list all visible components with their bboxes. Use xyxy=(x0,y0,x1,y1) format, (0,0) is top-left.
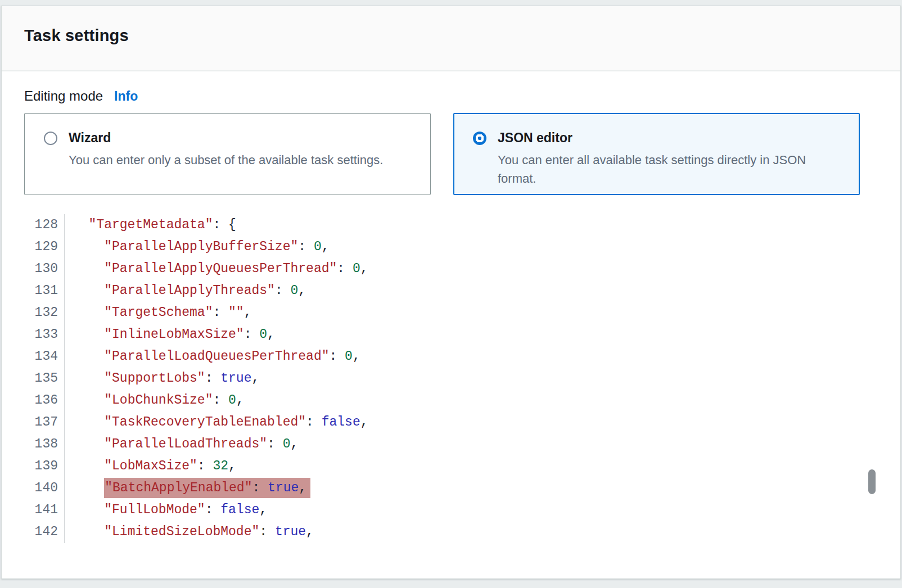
editing-mode-row: Editing mode Info xyxy=(24,88,878,104)
code-line[interactable]: 128 "TargetMetadata": { xyxy=(24,214,878,236)
info-link[interactable]: Info xyxy=(114,89,138,104)
json-comma: , xyxy=(353,349,360,364)
json-comma: , xyxy=(259,503,267,517)
line-number: 135 xyxy=(24,368,65,390)
editing-mode-label: Editing mode xyxy=(24,88,103,104)
line-number: 132 xyxy=(24,302,65,324)
code-line[interactable]: 132 "TargetSchema": "", xyxy=(24,302,878,324)
json-comma: , xyxy=(360,261,368,276)
json-colon: : xyxy=(205,371,221,386)
json-key: "FullLobMode" xyxy=(104,503,205,517)
code-segment: "LobChunkSize": 0, xyxy=(104,393,243,408)
option-description-json-editor: You can enter all available task setting… xyxy=(498,151,844,188)
code-text: "ParallelLoadThreads": 0, xyxy=(65,433,298,455)
code-line[interactable]: 133 "InlineLobMaxSize": 0, xyxy=(24,324,878,346)
code-line[interactable]: 140 "BatchApplyEnabled": true, xyxy=(24,477,878,499)
code-line[interactable]: 129 "ParallelApplyBufferSize": 0, xyxy=(24,236,878,258)
json-colon: : xyxy=(259,524,275,539)
json-colon: : xyxy=(213,218,228,232)
json-comma: , xyxy=(244,305,252,320)
json-colon: : xyxy=(329,349,345,364)
scrollbar-thumb[interactable] xyxy=(868,469,876,494)
radio-unselected-icon[interactable] xyxy=(44,132,57,145)
json-key: "ParallelApplyQueuesPerThread" xyxy=(104,261,337,276)
code-text: "FullLobMode": false, xyxy=(65,499,267,521)
option-card-json-editor[interactable]: JSON editor You can enter all available … xyxy=(453,113,860,195)
code-segment: "TaskRecoveryTableEnabled": false, xyxy=(104,415,368,429)
line-number: 128 xyxy=(24,214,65,236)
json-value: true xyxy=(268,481,299,495)
json-key: "TaskRecoveryTableEnabled" xyxy=(104,415,306,429)
line-number: 133 xyxy=(24,324,65,346)
json-value: 0 xyxy=(283,437,291,451)
code-segment: "InlineLobMaxSize": 0, xyxy=(104,327,275,342)
json-value: { xyxy=(228,218,236,232)
option-card-wizard[interactable]: Wizard You can enter only a subset of th… xyxy=(24,113,431,195)
code-text: "TargetSchema": "", xyxy=(65,302,251,324)
code-line[interactable]: 136 "LobChunkSize": 0, xyxy=(24,390,878,411)
json-colon: : xyxy=(306,415,322,429)
code-line[interactable]: 134 "ParallelLoadQueuesPerThread": 0, xyxy=(24,346,878,368)
json-comma: , xyxy=(360,415,368,429)
json-value: 0 xyxy=(314,239,322,254)
json-key: "ParallelApplyBufferSize" xyxy=(104,239,298,254)
code-text: "LobMaxSize": 32, xyxy=(65,455,236,477)
code-line[interactable]: 141 "FullLobMode": false, xyxy=(24,499,878,521)
code-text: "SupportLobs": true, xyxy=(65,368,259,390)
line-number: 140 xyxy=(24,477,65,499)
radio-row: Wizard xyxy=(44,130,417,146)
code-segment: "LobMaxSize": 32, xyxy=(104,459,236,473)
json-colon: : xyxy=(205,503,221,517)
json-value: false xyxy=(220,503,259,517)
json-value: true xyxy=(220,371,251,386)
code-segment: "ParallelApplyQueuesPerThread": 0, xyxy=(104,261,368,276)
json-key: "TargetSchema" xyxy=(104,305,213,320)
code-segment: "TargetSchema": "", xyxy=(104,305,251,320)
code-text: "TargetMetadata": { xyxy=(65,214,236,236)
json-colon: : xyxy=(213,393,228,408)
line-number: 138 xyxy=(24,433,65,455)
json-key: "LobMaxSize" xyxy=(104,459,197,473)
json-value: 0 xyxy=(345,349,353,364)
code-line[interactable]: 131 "ParallelApplyThreads": 0, xyxy=(24,280,878,302)
code-segment: "LimitedSizeLobMode": true, xyxy=(104,524,314,539)
code-line[interactable]: 142 "LimitedSizeLobMode": true, xyxy=(24,521,878,543)
code-line[interactable]: 130 "ParallelApplyQueuesPerThread": 0, xyxy=(24,258,878,280)
option-label-wizard: Wizard xyxy=(69,130,111,146)
code-segment: "ParallelApplyThreads": 0, xyxy=(104,283,306,298)
code-text: "TaskRecoveryTableEnabled": false, xyxy=(65,411,368,433)
line-number: 141 xyxy=(24,499,65,521)
json-colon: : xyxy=(275,283,291,298)
json-colon: : xyxy=(213,305,228,320)
json-key: "SupportLobs" xyxy=(104,371,205,386)
radio-row: JSON editor xyxy=(473,130,846,146)
json-colon: : xyxy=(337,261,353,276)
json-colon: : xyxy=(244,327,260,342)
code-line[interactable]: 139 "LobMaxSize": 32, xyxy=(24,455,878,477)
json-comma: , xyxy=(322,239,330,254)
code-segment: "ParallelLoadThreads": 0, xyxy=(104,437,298,451)
code-line[interactable]: 135 "SupportLobs": true, xyxy=(24,368,878,390)
json-colon: : xyxy=(267,437,283,451)
json-value: 0 xyxy=(353,261,360,276)
json-key: "ParallelLoadQueuesPerThread" xyxy=(104,349,329,364)
json-editor[interactable]: 128 "TargetMetadata": {129 "ParallelAppl… xyxy=(24,214,878,543)
radio-selected-icon[interactable] xyxy=(473,132,486,145)
json-comma: , xyxy=(298,283,306,298)
code-line[interactable]: 137 "TaskRecoveryTableEnabled": false, xyxy=(24,411,878,433)
line-number: 129 xyxy=(24,236,65,258)
json-value: 0 xyxy=(290,283,298,298)
json-value: true xyxy=(275,524,306,539)
editing-mode-options: Wizard You can enter only a subset of th… xyxy=(24,113,878,195)
json-comma: , xyxy=(228,459,236,473)
json-comma: , xyxy=(291,437,299,451)
task-settings-panel: Task settings Editing mode Info Wizard Y… xyxy=(1,6,901,579)
json-value: 32 xyxy=(213,459,228,473)
panel-header: Task settings xyxy=(2,6,900,71)
code-line[interactable]: 138 "ParallelLoadThreads": 0, xyxy=(24,433,878,455)
code-text: "ParallelApplyThreads": 0, xyxy=(65,280,306,302)
json-comma: , xyxy=(236,393,244,408)
json-key: "LimitedSizeLobMode" xyxy=(104,524,259,539)
json-value: "" xyxy=(228,305,244,320)
json-colon: : xyxy=(298,239,314,254)
